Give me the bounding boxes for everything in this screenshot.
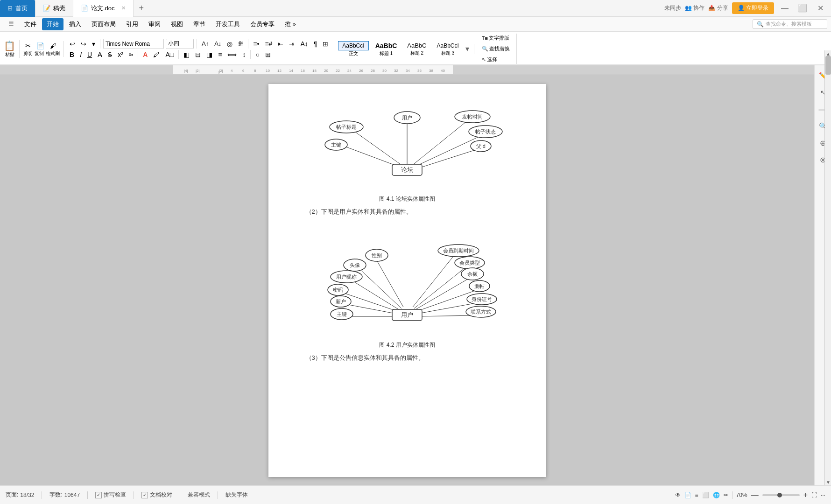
align-left-button[interactable]: ◧ <box>182 50 191 59</box>
numbers-icon[interactable]: ≡# <box>263 39 274 49</box>
menu-start[interactable]: 开始 <box>42 18 63 30</box>
svg-line-50 <box>353 281 400 310</box>
scroll-up-button[interactable]: ▲ <box>825 50 831 57</box>
strikethrough2-button[interactable]: S̶ <box>106 50 114 59</box>
add-tab-button[interactable]: + <box>134 3 150 13</box>
bullets-icon[interactable]: ≡• <box>251 39 261 49</box>
italic-button[interactable]: I <box>78 50 84 59</box>
tab-home[interactable]: ⊞ 首页 <box>0 0 35 17</box>
redo-icon[interactable]: ↪ <box>79 39 88 49</box>
strikethrough-button[interactable]: A̶ <box>96 50 104 59</box>
search-placeholder: 查找命令、搜索模板 <box>766 21 812 28</box>
login-button[interactable]: 👤 立即登录 <box>732 2 774 14</box>
doc-check-checkbox[interactable]: ✓ <box>141 492 148 498</box>
web-view-icon[interactable]: ⬜ <box>702 492 709 498</box>
fullscreen-button[interactable]: ⛶ <box>811 492 817 498</box>
print-view-icon[interactable]: 📄 <box>684 492 691 498</box>
undo-icon[interactable]: ↩ <box>68 39 77 49</box>
cut-icon[interactable]: ✂ <box>23 41 33 50</box>
font-grow-icon[interactable]: A↑ <box>200 39 211 48</box>
outline-view-icon[interactable]: ≡ <box>695 492 698 498</box>
select-button[interactable]: ↖ 选择 <box>479 55 513 64</box>
document-page[interactable]: 论坛 用户 发帖时间 帖子标题 帖子状态 <box>268 84 546 477</box>
tab-doc[interactable]: 📄 论文.doc ✕ <box>73 0 134 17</box>
align-right-button[interactable]: ◨ <box>204 50 214 59</box>
minimize-button[interactable]: — <box>778 1 792 15</box>
spell-check-item[interactable]: ✓ 拼写检查 <box>95 491 126 499</box>
menu-push[interactable]: 推 » <box>280 18 301 30</box>
indent-icon[interactable]: ⇥ <box>287 39 296 49</box>
svg-line-46 <box>377 260 403 307</box>
search-box[interactable]: 🔍 查找命令、搜索模板 <box>753 19 827 29</box>
close-tab-icon[interactable]: ✕ <box>121 5 126 11</box>
undo-more-icon[interactable]: ▾ <box>90 39 97 49</box>
superscript-button[interactable]: x² <box>116 50 125 59</box>
underline-button[interactable]: U <box>85 50 94 59</box>
format-paint-icon[interactable]: 🖌 <box>48 41 58 50</box>
outdent-icon[interactable]: ⇤ <box>276 39 285 49</box>
find-replace-button[interactable]: 🔍 查找替换 <box>479 44 513 53</box>
font-color-button[interactable]: A <box>141 50 149 59</box>
font-shrink-icon[interactable]: A↓ <box>212 39 223 48</box>
more-styles-button[interactable]: ▾ <box>465 44 469 53</box>
menu-file[interactable]: 文件 <box>20 18 41 30</box>
menubar: ☰ 文件 开始 插入 页面布局 引用 审阅 视图 章节 开发工具 会员专享 推 … <box>0 17 831 32</box>
menu-insert[interactable]: 插入 <box>64 18 86 30</box>
scrollbar-thumb[interactable] <box>825 56 831 75</box>
scroll-down-button[interactable]: ▼ <box>825 479 831 485</box>
para-expand-button[interactable]: ↕ <box>240 50 247 59</box>
menu-ref[interactable]: 引用 <box>121 18 143 30</box>
subscript-button[interactable]: x₂ <box>127 50 135 58</box>
share-label[interactable]: 📤 分享 <box>708 4 728 12</box>
close-button[interactable]: ✕ <box>813 1 827 15</box>
highlight-button[interactable]: 🖊 <box>151 50 162 59</box>
col-justify-button[interactable]: ⟺ <box>225 50 239 59</box>
sort-icon[interactable]: A↕ <box>298 39 310 49</box>
edit-mode-icon[interactable]: ✏ <box>724 492 728 498</box>
zoom-slider[interactable] <box>762 494 800 496</box>
menu-devtools[interactable]: 开发工具 <box>211 18 245 30</box>
globe-icon[interactable]: 🌐 <box>713 492 720 498</box>
style-h1[interactable]: AaBbC 标题 1 <box>372 41 401 57</box>
dots-menu[interactable]: ··· <box>821 492 825 498</box>
border-icon[interactable]: ⊞ <box>321 39 330 49</box>
style-h3[interactable]: AaBbCcI 标题 3 <box>433 42 463 56</box>
maximize-button[interactable]: ⬜ <box>796 1 810 15</box>
menu-review[interactable]: 审阅 <box>144 18 165 30</box>
zoom-out-button[interactable]: — <box>751 491 759 499</box>
align-justify-button[interactable]: ≡ <box>216 50 224 59</box>
style-normal[interactable]: AaBbCcI 正文 <box>338 41 368 57</box>
page-label: 页面: <box>6 491 18 499</box>
char-shading-button[interactable]: A□ <box>163 50 176 59</box>
font-name-input[interactable] <box>103 39 164 49</box>
copy-icon[interactable]: 📄 <box>35 41 46 50</box>
menu-view[interactable]: 视图 <box>166 18 188 30</box>
text-layout-button[interactable]: T≡ 文字排版 <box>479 34 513 42</box>
doc-check-item[interactable]: ✓ 文档校对 <box>141 491 172 499</box>
eye-icon[interactable]: 👁 <box>675 492 681 498</box>
phonetic-icon[interactable]: 拼 <box>236 39 245 48</box>
clear-format-icon[interactable]: ◎ <box>225 39 234 49</box>
style-h2[interactable]: AaBbC 标题 2 <box>403 41 430 56</box>
collab-label[interactable]: 👥 协作 <box>685 4 704 12</box>
menu-chapter[interactable]: 章节 <box>189 18 210 30</box>
scrollbar-track[interactable]: ▲ ▼ <box>824 50 831 485</box>
compat-mode-label: 兼容模式 <box>188 491 210 499</box>
font-size-input[interactable] <box>166 39 194 49</box>
sep1 <box>100 39 100 49</box>
word-label: 字数: <box>49 491 62 499</box>
page-container[interactable]: 论坛 用户 发帖时间 帖子标题 帖子状态 <box>0 75 814 485</box>
align-center-button[interactable]: ⊟ <box>193 50 203 59</box>
shapes-button[interactable]: ○ <box>254 50 261 59</box>
zoom-in-button[interactable]: + <box>803 491 808 499</box>
bold-button[interactable]: B <box>68 50 76 59</box>
menu-layout[interactable]: 页面布局 <box>87 18 120 30</box>
spell-check-checkbox[interactable]: ✓ <box>95 492 102 498</box>
menu-hamburger[interactable]: ☰ <box>4 19 19 29</box>
para-icon[interactable]: ¶ <box>312 39 319 49</box>
zoom-thumb[interactable] <box>777 493 782 497</box>
menu-member[interactable]: 会员专享 <box>246 18 279 30</box>
paste-icon[interactable]: 📋 <box>4 40 15 51</box>
table-button[interactable]: ⊞ <box>263 50 273 59</box>
tab-caotu[interactable]: 📝 稿壳 <box>35 0 73 17</box>
